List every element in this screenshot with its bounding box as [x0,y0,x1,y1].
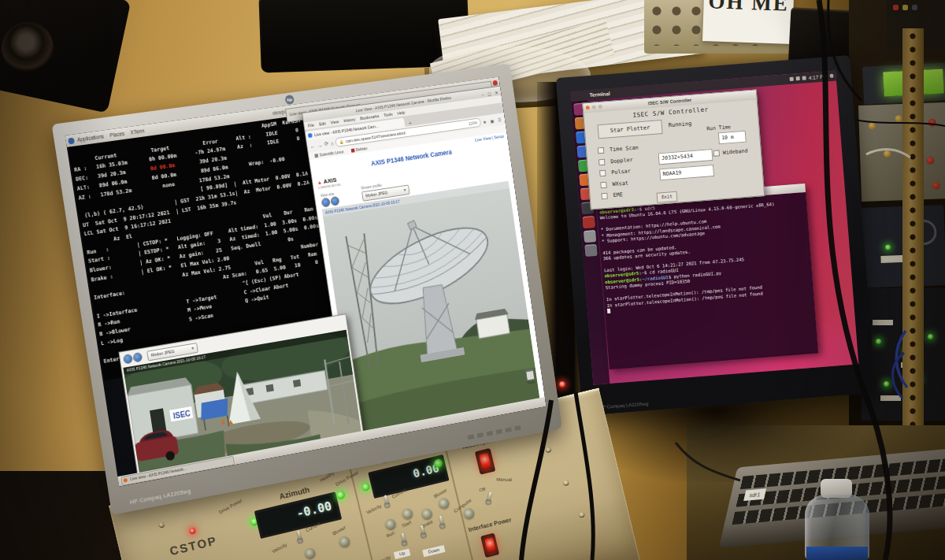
down-sticker: Down [422,545,445,557]
checkbox[interactable] [601,193,608,200]
launcher-settings-icon[interactable] [583,216,595,228]
az-velocity-label: Velocity [271,542,287,554]
el-velocity-current-toggle [384,502,391,510]
monitor-bezel-buttons [468,425,522,439]
volume-icon[interactable] [802,76,806,80]
el-drive-power-led [361,482,370,491]
wideband-checkbox-row[interactable]: Wideband [713,148,748,157]
panel-led [876,339,881,344]
trash-desktop-icon[interactable]: Trash [521,368,540,386]
mail-icon[interactable] [796,76,800,80]
psu-yellow-button [902,5,908,10]
terminal-output[interactable]: observer@sdr3:~$ sdr5Welcome to Ubuntu 1… [597,192,818,369]
run-time-field[interactable]: 10 m [718,131,747,145]
red-cap-connector [928,119,936,127]
run-time-label: Run Time [706,124,731,132]
speaker-driver [0,17,58,79]
menu-help[interactable]: Help [397,110,406,116]
el-start-button [402,507,414,520]
sign-text: OH ME [708,0,789,17]
red-cap-connector [926,157,934,165]
menu-history[interactable]: History [343,117,356,123]
speaker-left [0,0,131,113]
checkbox[interactable] [598,159,606,166]
reload-button[interactable]: ⟳ [324,141,328,147]
exit-button[interactable]: Exit [657,191,678,203]
back-button[interactable]: ← [310,143,316,149]
menu-view[interactable]: View [330,119,339,124]
el-velocity-label: Velocity [365,503,382,515]
menu-file[interactable]: File [308,123,315,128]
focused-app-title[interactable]: Terminal [589,91,610,98]
az-blower-button [339,536,351,548]
view-size-button[interactable] [330,196,339,206]
az-blower-label: Blower [332,525,346,536]
water-bottle [794,479,876,560]
monitor-model-label: HP Compaq LA2205wg [598,401,648,410]
view-size-button[interactable] [123,354,133,365]
system-tray: 4:17 PM [790,73,834,82]
mode-manual-label: Manual [496,477,512,482]
window-control-dots[interactable] [586,105,602,110]
checkbox-label: Pulsar [611,168,631,176]
panel-screw [579,511,585,517]
menu-tools[interactable]: Tools [384,112,393,117]
el-drive-power-label: Drive Power [335,470,359,487]
checkbox[interactable] [599,170,606,177]
zoom-level[interactable]: 120% [468,119,478,128]
home-button[interactable]: ⌂ [330,140,334,146]
panel-screw [158,521,165,528]
forward-button[interactable]: → [317,142,323,148]
status-text: Running [669,121,692,128]
az-brake-button [304,547,317,560]
tray-clock[interactable]: 4:17 PM [809,73,828,80]
gnome-menu-xterm[interactable]: XTerm [130,128,145,135]
hp-logo: hp [284,95,295,105]
cstop-led [189,527,197,535]
telescope-power-switch [475,448,495,475]
panel-led [928,334,933,339]
el-run-label: Run [386,530,396,538]
gnome-menu-applications[interactable]: Applications [77,133,105,143]
firefox-icon [123,477,128,482]
launcher-workspaces-icon[interactable] [584,244,597,257]
mode-selector-toggle [484,498,492,506]
applications-menu-icon [68,137,75,144]
checkbox-label: Doppler [610,157,633,165]
toolbar-icons[interactable]: ★ ▣ ☰ [483,117,503,124]
logout-icon[interactable] [492,80,498,86]
wideband-label: Wideband [722,148,747,156]
checkbox[interactable] [600,181,607,188]
panel-screw [563,480,569,486]
el-start-label: Start [401,520,412,528]
view-size-button[interactable] [132,352,143,363]
psu-gray-button [912,5,917,10]
az-velocity-current-toggle [296,537,304,545]
keyboard-hostname-label: sdr1 [743,488,766,501]
mode-button [463,507,476,520]
power-gear-icon[interactable] [829,74,833,78]
pulsar-field[interactable]: J0332+5434 [658,149,713,165]
az-drive-power-label: Drive Power [218,498,243,514]
menu-edit[interactable]: Edit [319,121,326,127]
panel-label [873,320,893,325]
checkbox-row-eme[interactable]: EME [601,187,643,202]
launcher-screenshot-icon[interactable] [584,230,596,243]
wideband-checkbox[interactable] [713,150,721,157]
isec-body: ISEC S/W Controller Star Plotter Running… [584,99,764,209]
el-toggle [420,532,428,540]
ubuntu-terminal-window: observer@sdr5: ~/radioGUI observer@sdr3:… [596,184,818,368]
wxsat-field[interactable]: NOAA19 [659,165,714,180]
view-size-button[interactable] [321,198,331,208]
psu-red-button [893,5,899,10]
checkbox[interactable] [598,147,605,154]
star-plotter-button[interactable]: Star Plotter [598,120,663,139]
new-tab-button[interactable]: + [409,121,413,126]
mode-off-label: Off [479,487,486,493]
keyboard-indicator-icon[interactable] [790,77,794,81]
bottom-left-shadow [0,471,123,560]
el-blower-button [438,497,450,510]
gnome-menu-places[interactable]: Places [109,131,125,138]
bookmark-icon [350,148,354,152]
panel-screw [545,447,551,453]
